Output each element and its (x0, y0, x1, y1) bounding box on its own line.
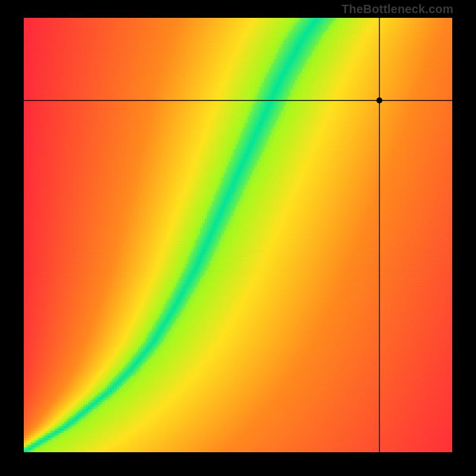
chart-frame: TheBottleneck.com (0, 0, 476, 476)
watermark-text: TheBottleneck.com (342, 2, 453, 16)
heatmap-plot (24, 18, 452, 452)
heatmap-canvas (24, 18, 452, 452)
